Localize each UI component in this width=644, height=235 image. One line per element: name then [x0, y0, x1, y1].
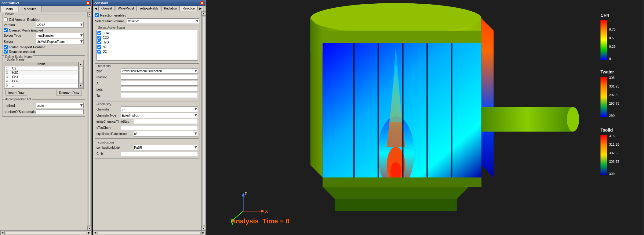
scalar-n2-checkbox[interactable] [97, 45, 101, 49]
svg-rect-15 [402, 43, 404, 177]
combustion-model-select[interactable]: PaSR [133, 145, 198, 150]
remove-row-button[interactable]: Remove Row [56, 90, 82, 95]
control-dict-hscrollbar[interactable]: ◀ ▶ [0, 230, 91, 235]
reactions-section: reactions type irreversibleArrheniusReac… [95, 63, 199, 100]
old-version-label: Old Version Enabled [9, 18, 39, 21]
reaction-equation-label: reaction [96, 76, 121, 79]
control-dict-close-button[interactable]: ✕ [86, 1, 90, 5]
tab-wavemodel[interactable]: WaveModel [115, 6, 136, 11]
cd-scroll-up[interactable]: ▲ [87, 12, 92, 17]
scalar-co2-checkbox[interactable] [97, 36, 101, 40]
tab-nav-right[interactable]: ▶ [198, 6, 203, 11]
ctauchem-row: cTauChem 1 [96, 125, 198, 130]
svg-rect-40 [601, 77, 607, 117]
constant-hscrollbar[interactable]: ◀ ▶ [93, 230, 206, 235]
cmix-input[interactable]: 1 [121, 151, 198, 156]
scalar-table-scrollbar[interactable]: ▲ ▼ [78, 62, 83, 88]
constant-panel: constant ✕ ◀ Overset WaveModel setExprFi… [93, 0, 206, 235]
svg-text:Z: Z [245, 192, 247, 196]
constant-content: Reaction enabled Select Fluid Volume Vol… [93, 11, 201, 230]
combustion-model-label: combustionModel [96, 146, 133, 149]
version-select[interactable]: v2212 [36, 22, 84, 28]
equilibrium-row: equilibriumRateLimiter off [96, 131, 198, 136]
scroll-up-button[interactable]: ▲ [87, 6, 91, 10]
reaction-type-select[interactable]: irreversibleArrheniusReaction [121, 68, 198, 74]
control-dict-titlebar: controlDict ✕ [0, 0, 91, 6]
reaction-ta-row: Ta 14906 [96, 93, 198, 98]
svg-text:303.75: 303.75 [609, 160, 620, 163]
row-num-1: 1 [5, 66, 11, 71]
scalar-scroll-up[interactable]: ▲ [79, 62, 83, 66]
overset-mesh-checkbox[interactable] [4, 28, 8, 32]
reaction-equation-input[interactable]: CH4 + 2O2 = CO2 + 2H2O [121, 75, 198, 80]
const-scroll-left[interactable]: ◀ [93, 231, 97, 235]
solver-type-select[interactable]: heatTransfer [36, 33, 84, 38]
tab-overset[interactable]: Overset [99, 6, 115, 11]
svg-rect-16 [427, 43, 428, 177]
initial-chem-time-row: initialChemicalTimeStep 1e-7 [96, 119, 198, 124]
num-subdomains-input[interactable]: 4 [36, 109, 84, 114]
scalar-item-co2: CO2 [97, 35, 197, 40]
control-dict-content: Solver Old Version Enabled Version v2212… [0, 12, 87, 230]
scalar-o2-checkbox[interactable] [97, 50, 101, 54]
cd-scroll-right[interactable]: ▶ [87, 231, 91, 235]
const-scroll-up[interactable]: ▲ [202, 11, 206, 16]
scalar-transport-checkbox[interactable] [4, 45, 8, 49]
scalar-item-o2: O2 [97, 49, 197, 54]
cd-scroll-left[interactable]: ◀ [0, 231, 5, 235]
tab-setexprfields[interactable]: setExprFields [137, 6, 161, 11]
define-scalar-section: Define Scalar Name Scalar Name Name [2, 57, 85, 98]
svg-point-3 [311, 3, 482, 34]
equilibrium-select[interactable]: off [133, 131, 198, 136]
const-scroll-right[interactable]: ▶ [201, 231, 206, 235]
tab-radiation[interactable]: Radiation [161, 6, 180, 11]
tab-modules[interactable]: Modules [19, 6, 42, 12]
active-scalar-label: Select Active Scalar [96, 26, 198, 29]
row-name-1: O2 [11, 66, 78, 71]
reaction-ta-input[interactable]: 14906 [121, 93, 198, 98]
tab-reaction[interactable]: Reaction [180, 6, 197, 11]
const-scroll-down[interactable]: ▼ [202, 226, 206, 230]
constant-titlebar: constant ✕ [93, 0, 206, 6]
reaction-equation-row: reaction CH4 + 2O2 = CO2 + 2H2O [96, 74, 198, 80]
svg-text:290: 290 [609, 114, 615, 118]
method-select[interactable]: scotch [36, 103, 84, 108]
chemistry-type-row: chemistryType EulerImplicit [96, 113, 198, 118]
constant-close-button[interactable]: ✕ [200, 1, 204, 5]
fluid-volume-select[interactable]: Volume1 [127, 18, 199, 24]
chemistry-row: chemistry on [96, 106, 198, 112]
reaction-beta-input[interactable]: 0 [121, 87, 198, 92]
tab-main[interactable]: Main [0, 6, 18, 12]
insert-row-button[interactable]: Insert Row [5, 90, 27, 95]
table-row: 4 CO2 [5, 79, 78, 84]
overset-mesh-label: Overset Mesh Enabled [9, 28, 43, 32]
scalar-list-box: CH4 CO2 H2O N2 [96, 30, 198, 61]
chemistry-select[interactable]: on [121, 106, 198, 112]
cmix-row: Cmix 1 [96, 151, 198, 156]
chemistry-type-select[interactable]: EulerImplicit [121, 113, 198, 118]
tab-nav-left[interactable]: ◀ [93, 6, 99, 11]
solver-select[interactable]: chtMultiRegionFoam [36, 39, 84, 44]
scalar-scroll-down[interactable]: ▼ [79, 84, 83, 88]
old-version-checkbox[interactable] [4, 17, 8, 21]
reaction-enabled-checkbox[interactable] [4, 50, 8, 54]
scalar-item-n2: N2 [97, 45, 197, 49]
svg-point-20 [567, 107, 579, 132]
ctauchem-input[interactable]: 1 [121, 125, 198, 130]
scalar-h2o-checkbox[interactable] [97, 40, 101, 44]
svg-text:0.5: 0.5 [609, 36, 614, 40]
cd-scroll-down[interactable]: ▼ [87, 226, 92, 230]
scalar-ch4-checkbox[interactable] [97, 31, 101, 35]
chemistry-type-label: chemistryType [96, 114, 121, 117]
row-num-2: 2 [5, 71, 11, 75]
constant-vscrollbar[interactable]: ▲ ▼ [201, 11, 206, 230]
reaction-enabled-row: Reaction enabled [4, 50, 84, 54]
scalar-n2-label: N2 [103, 45, 107, 49]
constant-reaction-checkbox[interactable] [95, 13, 99, 17]
reaction-a-input[interactable]: 5.2e16 [121, 81, 198, 86]
svg-text:311.25: 311.25 [609, 143, 620, 146]
control-dict-vscrollbar[interactable]: ▲ ▼ [87, 12, 91, 230]
initial-chem-time-input[interactable]: 1e-7 [133, 119, 198, 124]
decompose-par-label: decomposeParDict [4, 98, 32, 101]
chemistry-section: chemistry chemistry on chemistryType Eul… [95, 102, 199, 139]
